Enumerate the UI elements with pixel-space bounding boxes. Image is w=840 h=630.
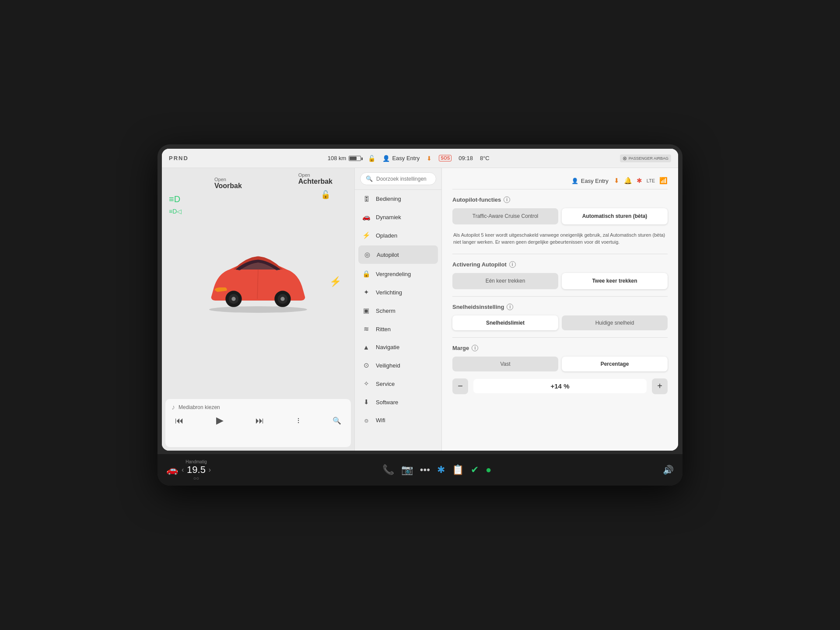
sidebar-item-veiligheid[interactable]: ⊙Veiligheid: [355, 356, 441, 374]
sidebar-item-bediening[interactable]: 🎛Bediening: [355, 190, 441, 208]
svg-point-0: [209, 306, 307, 313]
checkmark-icon[interactable]: ✔: [471, 464, 479, 476]
signal-bars-icon: 📶: [659, 177, 668, 185]
vast-btn[interactable]: Vast: [452, 357, 558, 371]
spotify-icon[interactable]: ●: [486, 464, 491, 476]
autopilot-btn-group: Traffic-Aware Cruise Control Automatisch…: [452, 208, 668, 224]
wifi-nav-icon: ⌾: [362, 416, 371, 424]
taskbar: 🚗 ‹ Handmatig 19.5 ○○ › 📞 📷 ••• ✱ 📋 ✔ ●: [158, 454, 682, 486]
easy-entry-label: Easy Entry: [581, 178, 609, 184]
media-player[interactable]: ♪ Mediabron kiezen ⏮ ▶ ⏭ ⫶ 🔍: [165, 399, 351, 447]
marge-title-text: Marge: [452, 345, 469, 351]
volume-icon[interactable]: 🔊: [663, 465, 674, 475]
sidebar-item-service[interactable]: ✧Service: [355, 374, 441, 393]
apps-icon[interactable]: •••: [420, 464, 430, 476]
search-icon: 🔍: [366, 175, 373, 182]
camera-icon[interactable]: 📷: [401, 464, 413, 476]
taskbar-left: 🚗 ‹ Handmatig 19.5 ○○ ›: [166, 459, 211, 481]
een-keer-btn[interactable]: Eén keer trekken: [452, 273, 558, 289]
autopilot-nav-icon: ◎: [363, 251, 371, 259]
prev-track-button[interactable]: ⏮: [175, 416, 184, 426]
search-bar: 🔍: [355, 168, 441, 190]
search-media-button[interactable]: 🔍: [332, 416, 341, 425]
sidebar-item-wifi[interactable]: ⌾Wifi: [355, 411, 441, 429]
increment-button[interactable]: +: [652, 378, 668, 394]
navigatie-nav-icon: ▲: [362, 343, 371, 351]
autopilot-title-text: Autopilot-functies: [452, 196, 501, 203]
veiligheid-nav-icon: ⊙: [362, 361, 371, 369]
ritten-label: Ritten: [376, 326, 391, 332]
sidebar-item-verlichting[interactable]: ✦Verlichting: [355, 283, 441, 301]
huidige-snelheid-btn[interactable]: Huidige snelheid: [562, 315, 668, 330]
prnd-display: PRND: [169, 155, 189, 161]
sidebar-item-dynamiek[interactable]: 🚗Dynamiek: [355, 208, 441, 226]
sidebar-item-autopilot[interactable]: ◎Autopilot: [358, 245, 438, 264]
temp-display: 8°C: [480, 155, 490, 161]
download-header-icon: ⬇: [614, 177, 620, 185]
decrement-button[interactable]: −: [452, 378, 468, 394]
svg-point-6: [280, 297, 284, 301]
snelheidslimiet-btn[interactable]: Snelheidslimiet: [452, 315, 558, 330]
next-track-button[interactable]: ⏭: [256, 416, 264, 426]
snelheid-section-title: Snelheidsinstelling i: [452, 304, 668, 310]
play-button[interactable]: ▶: [216, 415, 224, 426]
percentage-value: +14 %: [473, 379, 647, 393]
phone-icon[interactable]: 📞: [382, 464, 394, 476]
autopilot-info-icon[interactable]: i: [504, 196, 510, 203]
dynamiek-label: Dynamiek: [376, 214, 401, 220]
media-source-label[interactable]: Mediabron kiezen: [178, 404, 220, 410]
temp-value-display: 19.5: [187, 464, 206, 476]
snelheid-info-icon[interactable]: i: [507, 304, 513, 310]
equalizer-button[interactable]: ⫶: [297, 416, 301, 425]
sidebar-item-ritten[interactable]: ≋Ritten: [355, 320, 441, 338]
battery-bar-icon: [349, 156, 361, 161]
search-input[interactable]: [376, 176, 430, 182]
temp-left-arrow[interactable]: ‹: [182, 466, 184, 474]
activering-info-icon[interactable]: i: [509, 261, 516, 268]
notes-icon[interactable]: 📋: [452, 464, 464, 476]
marge-section-title: Marge i: [452, 345, 668, 351]
main-area: ≡D ≡D◁ Open Voorbak Open Achterbak 🔓: [162, 168, 678, 451]
temp-control: ‹ Handmatig 19.5 ○○ ›: [182, 459, 211, 481]
sidebar-item-scherm[interactable]: ▣Scherm: [355, 301, 441, 320]
temp-right-arrow[interactable]: ›: [209, 466, 211, 474]
battery-km: 108 km: [328, 155, 346, 161]
snelheid-title-text: Snelheidsinstelling: [452, 304, 504, 310]
sos-badge: SOS: [439, 155, 452, 161]
verlichting-label: Verlichting: [376, 289, 402, 296]
charging-bolt-icon: ⚡: [329, 276, 341, 287]
sidebar-item-software[interactable]: ⬇Software: [355, 393, 441, 411]
scherm-label: Scherm: [376, 308, 396, 314]
taskbar-right: 🔊: [663, 465, 674, 475]
left-panel: ≡D ≡D◁ Open Voorbak Open Achterbak 🔓: [162, 168, 354, 451]
sidebar-item-vergrendeling[interactable]: 🔒Vergrendeling: [355, 265, 441, 283]
car-view: ⚡: [162, 168, 354, 396]
wifi-label: Wifi: [376, 417, 385, 424]
battery-info: 108 km: [328, 155, 361, 161]
music-note-icon: ♪: [172, 403, 175, 411]
person-header-icon: 👤: [571, 178, 578, 184]
traffic-aware-btn[interactable]: Traffic-Aware Cruise Control: [452, 208, 558, 224]
sidebar-item-opladen[interactable]: ⚡Opladen: [355, 226, 441, 245]
media-controls: ⏮ ▶ ⏭ ⫶ 🔍: [172, 415, 345, 426]
percentage-stepper: − +14 % +: [452, 378, 668, 394]
screen-content: PRND 108 km 🔓 👤 Easy Entry ⬇ SOS 09:18 8…: [162, 149, 678, 451]
percentage-btn[interactable]: Percentage: [562, 357, 668, 371]
car-taskbar-icon[interactable]: 🚗: [166, 464, 178, 476]
service-nav-icon: ✧: [362, 380, 371, 388]
vergrendeling-nav-icon: 🔒: [362, 270, 371, 278]
easy-entry-header: 👤 Easy Entry: [571, 178, 609, 184]
twee-keer-btn[interactable]: Twee keer trekken: [562, 273, 668, 289]
warning-text: Als Autopilot 5 keer wordt uitgeschakeld…: [452, 231, 668, 246]
bluetooth-taskbar-icon[interactable]: ✱: [437, 464, 445, 476]
divider-2: [452, 296, 668, 297]
download-icon: ⬇: [427, 155, 432, 162]
auto-steer-btn[interactable]: Automatisch sturen (bèta): [562, 208, 668, 224]
airbag-label: PASSENGER AIRBAG: [629, 156, 668, 161]
marge-info-icon[interactable]: i: [472, 345, 478, 351]
sidebar-item-navigatie[interactable]: ▲Navigatie: [355, 338, 441, 356]
ritten-nav-icon: ≋: [362, 325, 371, 333]
car-svg: [197, 247, 319, 317]
bediening-label: Bediening: [376, 196, 401, 202]
verlichting-nav-icon: ✦: [362, 288, 371, 296]
